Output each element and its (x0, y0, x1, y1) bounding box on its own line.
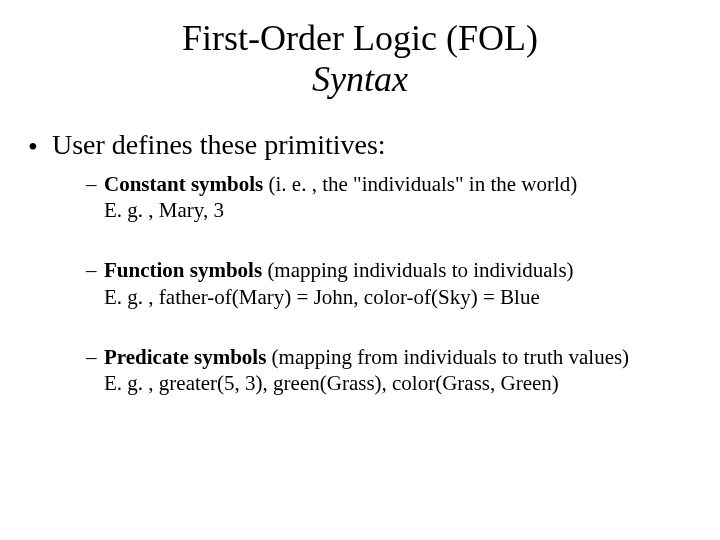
item-example: E. g. , greater(5, 3), green(Grass), col… (104, 371, 559, 395)
item-term: Constant symbols (104, 172, 263, 196)
item-desc: (mapping from individuals to truth value… (266, 345, 629, 369)
item-term: Function symbols (104, 258, 262, 282)
bullet-level2-item: – Predicate symbols (mapping from indivi… (28, 344, 692, 397)
bullet-dot-icon: • (28, 131, 38, 163)
bullet-level1: • User defines these primitives: (28, 129, 692, 161)
bullet-level2-item: – Constant symbols (i. e. , the "individ… (28, 171, 692, 224)
slide-body: • User defines these primitives: – Const… (0, 101, 720, 397)
slide: First-Order Logic (FOL) Syntax • User de… (0, 0, 720, 540)
dash-icon: – (86, 344, 97, 370)
item-example: E. g. , father-of(Mary) = John, color-of… (104, 285, 540, 309)
dash-icon: – (86, 171, 97, 197)
title-line-1: First-Order Logic (FOL) (0, 18, 720, 59)
title-line-2: Syntax (0, 59, 720, 100)
level1-text: User defines these primitives: (52, 129, 386, 160)
dash-icon: – (86, 257, 97, 283)
bullet-level2-item: – Function symbols (mapping individuals … (28, 257, 692, 310)
item-desc: (mapping individuals to individuals) (262, 258, 573, 282)
item-term: Predicate symbols (104, 345, 266, 369)
item-desc: (i. e. , the "individuals" in the world) (263, 172, 577, 196)
slide-title: First-Order Logic (FOL) Syntax (0, 0, 720, 101)
item-example: E. g. , Mary, 3 (104, 198, 224, 222)
